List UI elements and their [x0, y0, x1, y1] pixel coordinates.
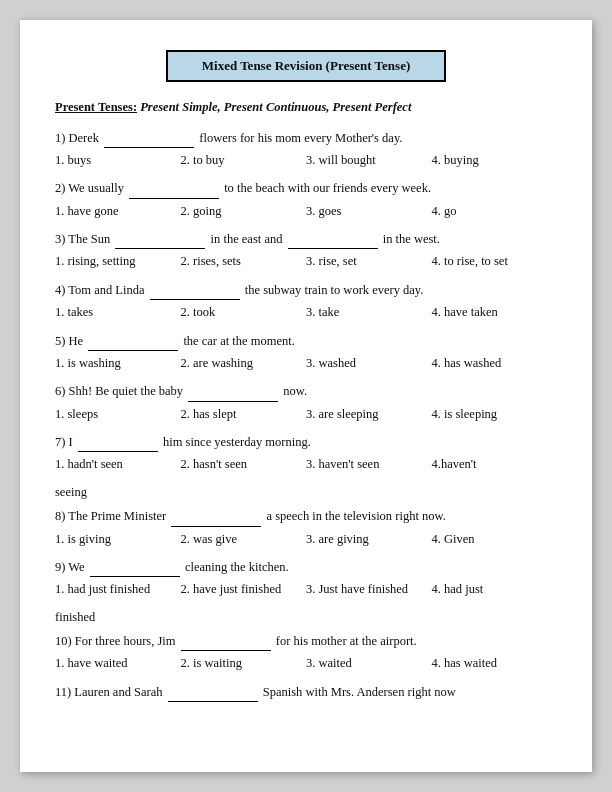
option-2-1: 1. have gone	[55, 202, 181, 221]
option-7-3: 3. haven't seen	[306, 455, 432, 474]
question-5-text: 5) He the car at the moment.	[55, 331, 557, 351]
option-6-3: 3. are sleeping	[306, 405, 432, 424]
option-4-1: 1. takes	[55, 303, 181, 322]
options-2: 1. have gone 2. going 3. goes 4. go	[55, 202, 557, 221]
subtitle: Present Tenses: Present Simple, Present …	[55, 98, 557, 117]
option-10-3: 3. waited	[306, 654, 432, 673]
blank-8	[171, 506, 261, 526]
question-9-text: 9) We cleaning the kitchen.	[55, 557, 557, 577]
blank-10	[181, 631, 271, 651]
option-8-2: 2. was give	[181, 530, 307, 549]
option-1-1: 1. buys	[55, 151, 181, 170]
option-6-4: 4. is sleeping	[432, 405, 558, 424]
question-5: 5) He the car at the moment. 1. is washi…	[55, 331, 557, 374]
question-10-text: 10) For three hours, Jim for his mother …	[55, 631, 557, 651]
option-9-continuation: finished	[55, 608, 557, 627]
option-8-3: 3. are giving	[306, 530, 432, 549]
option-5-4: 4. has washed	[432, 354, 558, 373]
option-2-3: 3. goes	[306, 202, 432, 221]
option-7-4: 4.haven't	[432, 455, 558, 474]
option-6-1: 1. sleeps	[55, 405, 181, 424]
question-9: 9) We cleaning the kitchen. 1. had just …	[55, 557, 557, 627]
question-1: 1) Derek flowers for his mom every Mothe…	[55, 128, 557, 171]
option-10-4: 4. has waited	[432, 654, 558, 673]
question-7-text: 7) I him since yesterday morning.	[55, 432, 557, 452]
blank-3b	[288, 229, 378, 249]
option-3-4: 4. to rise, to set	[432, 252, 558, 271]
blank-11	[168, 682, 258, 702]
options-10: 1. have waited 2. is waiting 3. waited 4…	[55, 654, 557, 673]
options-3: 1. rising, setting 2. rises, sets 3. ris…	[55, 252, 557, 271]
options-9: 1. had just finished 2. have just finish…	[55, 580, 557, 599]
option-9-3: 3. Just have finished	[306, 580, 432, 599]
options-1: 1. buys 2. to buy 3. will bought 4. buyi…	[55, 151, 557, 170]
option-1-4: 4. buying	[432, 151, 558, 170]
question-4: 4) Tom and Linda the subway train to wor…	[55, 280, 557, 323]
title-text: Mixed Tense Revision (Present Tense)	[202, 58, 411, 73]
option-4-3: 3. take	[306, 303, 432, 322]
page: Mixed Tense Revision (Present Tense) Pre…	[20, 20, 592, 772]
option-10-2: 2. is waiting	[181, 654, 307, 673]
question-8: 8) The Prime Minister a speech in the te…	[55, 506, 557, 549]
question-2-text: 2) We usually to the beach with our frie…	[55, 178, 557, 198]
blank-9	[90, 557, 180, 577]
question-10: 10) For three hours, Jim for his mother …	[55, 631, 557, 674]
question-6: 6) Shh! Be quiet the baby now. 1. sleeps…	[55, 381, 557, 424]
option-5-1: 1. is washing	[55, 354, 181, 373]
option-7-continuation: seeing	[55, 483, 557, 502]
options-5: 1. is washing 2. are washing 3. washed 4…	[55, 354, 557, 373]
options-8: 1. is giving 2. was give 3. are giving 4…	[55, 530, 557, 549]
title-box: Mixed Tense Revision (Present Tense)	[166, 50, 446, 82]
option-5-3: 3. washed	[306, 354, 432, 373]
option-7-1: 1. hadn't seen	[55, 455, 181, 474]
option-2-2: 2. going	[181, 202, 307, 221]
option-2-4: 4. go	[432, 202, 558, 221]
option-1-3: 3. will bought	[306, 151, 432, 170]
options-4: 1. takes 2. took 3. take 4. have taken	[55, 303, 557, 322]
question-11: 11) Lauren and Sarah Spanish with Mrs. A…	[55, 682, 557, 702]
option-8-1: 1. is giving	[55, 530, 181, 549]
blank-3a	[115, 229, 205, 249]
question-3-text: 3) The Sun in the east and in the west.	[55, 229, 557, 249]
question-11-text: 11) Lauren and Sarah Spanish with Mrs. A…	[55, 682, 557, 702]
blank-1	[104, 128, 194, 148]
blank-5	[88, 331, 178, 351]
option-9-4: 4. had just	[432, 580, 558, 599]
question-1-text: 1) Derek flowers for his mom every Mothe…	[55, 128, 557, 148]
option-6-2: 2. has slept	[181, 405, 307, 424]
subtitle-italic: Present Simple, Present Continuous, Pres…	[140, 100, 411, 114]
option-3-1: 1. rising, setting	[55, 252, 181, 271]
option-4-2: 2. took	[181, 303, 307, 322]
option-9-1: 1. had just finished	[55, 580, 181, 599]
options-7: 1. hadn't seen 2. hasn't seen 3. haven't…	[55, 455, 557, 474]
option-1-2: 2. to buy	[181, 151, 307, 170]
option-8-4: 4. Given	[432, 530, 558, 549]
options-6: 1. sleeps 2. has slept 3. are sleeping 4…	[55, 405, 557, 424]
option-10-1: 1. have waited	[55, 654, 181, 673]
option-9-2: 2. have just finished	[181, 580, 307, 599]
question-3: 3) The Sun in the east and in the west. …	[55, 229, 557, 272]
blank-2	[129, 178, 219, 198]
option-5-2: 2. are washing	[181, 354, 307, 373]
option-3-2: 2. rises, sets	[181, 252, 307, 271]
question-7: 7) I him since yesterday morning. 1. had…	[55, 432, 557, 502]
question-2: 2) We usually to the beach with our frie…	[55, 178, 557, 221]
blank-4	[150, 280, 240, 300]
option-4-4: 4. have taken	[432, 303, 558, 322]
question-8-text: 8) The Prime Minister a speech in the te…	[55, 506, 557, 526]
question-4-text: 4) Tom and Linda the subway train to wor…	[55, 280, 557, 300]
question-6-text: 6) Shh! Be quiet the baby now.	[55, 381, 557, 401]
blank-7	[78, 432, 158, 452]
option-3-3: 3. rise, set	[306, 252, 432, 271]
blank-6	[188, 381, 278, 401]
option-7-2: 2. hasn't seen	[181, 455, 307, 474]
subtitle-label: Present Tenses:	[55, 100, 137, 114]
